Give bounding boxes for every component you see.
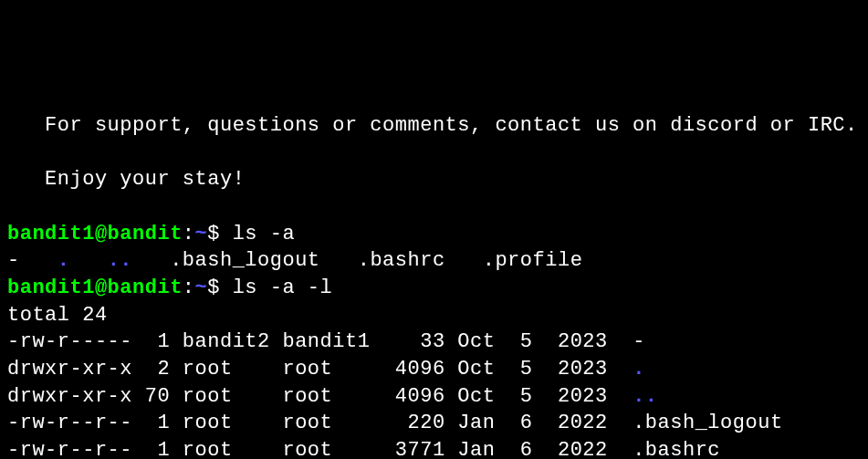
- filename: -: [633, 330, 645, 353]
- size: 4096: [395, 385, 445, 408]
- motd-line2-indent: [7, 168, 45, 191]
- group: root: [282, 412, 370, 434]
- owner: root: [183, 358, 270, 381]
- date: Oct 5 2023: [457, 385, 607, 408]
- total-line: total 24: [7, 304, 108, 327]
- size: 3771: [395, 439, 445, 459]
- perm: -rw-r--r--: [7, 439, 132, 459]
- group: root: [282, 358, 370, 381]
- sep: [20, 249, 58, 272]
- group: bandit1: [282, 330, 370, 353]
- size: 4096: [395, 358, 445, 381]
- motd-line1: For support, questions or comments, cont…: [45, 114, 858, 137]
- sep: [132, 249, 170, 272]
- perm: drwxr-xr-x: [7, 385, 132, 408]
- links: 2: [145, 358, 170, 381]
- owner: root: [183, 385, 270, 408]
- date: Jan 6 2022: [457, 439, 607, 459]
- prompt-suffix: $: [207, 276, 232, 299]
- motd-line1-indent: [7, 114, 45, 137]
- file-listing: -rw-r----- 1 bandit2 bandit1 33 Oct 5 20…: [7, 329, 861, 459]
- links: 1: [145, 330, 170, 353]
- ls-output-file: .profile: [483, 249, 583, 272]
- prompt-colon: :: [183, 276, 195, 299]
- perm: -rw-r-----: [7, 330, 132, 353]
- ls-output-file: .bash_logout: [170, 249, 319, 272]
- links: 1: [145, 439, 170, 459]
- prompt-user: bandit1@bandit: [7, 223, 183, 245]
- links: 70: [145, 385, 170, 408]
- size: 220: [395, 412, 445, 434]
- ls-output-file: .bashrc: [358, 249, 445, 272]
- date: Oct 5 2023: [457, 330, 607, 353]
- group: root: [282, 439, 370, 459]
- perm: -rw-r--r--: [7, 412, 132, 434]
- sep: [445, 249, 483, 272]
- date: Oct 5 2023: [457, 358, 607, 381]
- command-input[interactable]: ls -a -l: [233, 276, 333, 299]
- group: root: [282, 385, 370, 408]
- prompt-path: ~: [195, 223, 208, 245]
- filename: ..: [633, 385, 657, 408]
- command-input[interactable]: ls -a: [233, 223, 296, 245]
- ls-output-dash: -: [7, 249, 20, 272]
- filename: .bash_logout: [633, 412, 782, 434]
- owner: root: [183, 412, 270, 434]
- links: 1: [145, 412, 170, 434]
- ls-output-dotdot: ..: [108, 249, 132, 272]
- sep: [70, 249, 108, 272]
- filename: .bashrc: [633, 439, 720, 459]
- prompt-colon: :: [183, 223, 195, 245]
- owner: bandit2: [183, 330, 270, 353]
- perm: drwxr-xr-x: [7, 358, 132, 381]
- prompt-path: ~: [195, 276, 208, 299]
- owner: root: [183, 439, 270, 459]
- size: 33: [395, 330, 445, 353]
- ls-output-dot: .: [58, 249, 70, 272]
- prompt-user: bandit1@bandit: [7, 276, 183, 299]
- filename: .: [633, 358, 645, 381]
- prompt-suffix: $: [207, 223, 232, 245]
- date: Jan 6 2022: [457, 412, 607, 434]
- motd-line2: Enjoy your stay!: [45, 168, 245, 191]
- sep: [320, 249, 358, 272]
